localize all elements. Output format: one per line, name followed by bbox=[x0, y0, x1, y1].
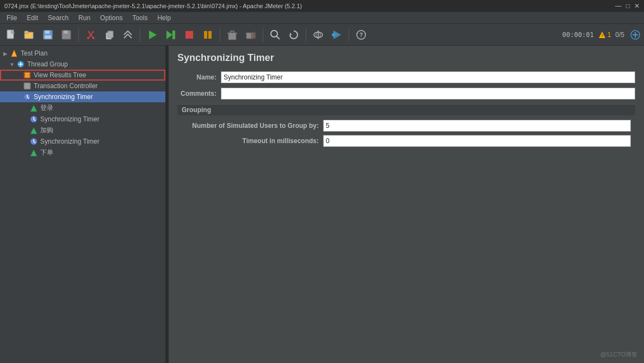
close-button[interactable]: ✕ bbox=[634, 2, 640, 10]
separator-6 bbox=[349, 28, 349, 41]
tree-icon-synchronizing-timer-2 bbox=[29, 115, 38, 124]
toolbar-right: 00:00:01 ! 1 0/5 bbox=[562, 28, 642, 41]
copy-button[interactable] bbox=[101, 26, 118, 44]
comments-label: Comments: bbox=[177, 90, 221, 97]
svg-text:!: ! bbox=[602, 33, 603, 38]
tree-icon-synchronizing-timer-1 bbox=[23, 93, 32, 101]
tree-label-checkout: 下单 bbox=[40, 148, 53, 157]
tree-icon-purchase bbox=[29, 126, 38, 135]
separator-1 bbox=[78, 28, 79, 41]
separator-3 bbox=[220, 28, 220, 41]
name-input[interactable] bbox=[221, 71, 635, 83]
svg-marker-14 bbox=[149, 30, 157, 39]
left-panel: ▶Test Plan▼Thread GroupView Results Tree… bbox=[0, 46, 166, 363]
svg-marker-16 bbox=[172, 30, 175, 39]
tree-item-purchase[interactable]: 加购 bbox=[0, 125, 165, 136]
start-button[interactable] bbox=[144, 26, 161, 44]
tree-arrow-thread-group: ▼ bbox=[9, 61, 15, 67]
tree-item-view-results-tree[interactable]: View Results Tree bbox=[0, 70, 165, 81]
svg-rect-13 bbox=[108, 31, 113, 38]
watermark: @51CTO博客 bbox=[600, 350, 637, 359]
new-button[interactable] bbox=[2, 26, 20, 44]
start-nopause-button[interactable] bbox=[162, 26, 179, 44]
maximize-button[interactable]: □ bbox=[626, 2, 630, 10]
minimize-button[interactable]: — bbox=[615, 2, 622, 10]
svg-rect-20 bbox=[228, 33, 236, 40]
num-users-input[interactable] bbox=[323, 120, 631, 132]
svg-rect-53 bbox=[24, 83, 30, 89]
clear-all-button[interactable] bbox=[242, 26, 259, 44]
tree-icon-thread-group bbox=[16, 60, 25, 69]
svg-point-10 bbox=[87, 37, 89, 39]
separator-5 bbox=[306, 28, 306, 41]
menu-item-file[interactable]: File bbox=[2, 13, 21, 23]
main-layout: ▶Test Plan▼Thread GroupView Results Tree… bbox=[0, 46, 644, 363]
expand-button[interactable] bbox=[119, 26, 137, 44]
tree-label-synchronizing-timer-2: Synchronizing Timer bbox=[40, 115, 100, 123]
menu-item-tools[interactable]: Tools bbox=[128, 13, 152, 23]
open-button[interactable] bbox=[21, 26, 38, 44]
tree-icon-view-results-tree bbox=[23, 71, 32, 79]
shutdown-button[interactable] bbox=[199, 26, 216, 44]
window-controls: — □ ✕ bbox=[615, 2, 640, 10]
cut-button[interactable] bbox=[82, 26, 100, 44]
save-disk-button[interactable] bbox=[58, 26, 75, 44]
svg-rect-7 bbox=[64, 30, 68, 34]
window-title: 0724.jmx (E:\testing\Tool\Jmeter\apache-… bbox=[4, 3, 302, 9]
svg-marker-32 bbox=[290, 33, 292, 35]
tree-label-thread-group: Thread Group bbox=[27, 60, 68, 68]
stop-button[interactable] bbox=[181, 26, 198, 44]
tree-label-test-plan: Test Plan bbox=[21, 50, 47, 57]
tree-item-checkout[interactable]: 下单 bbox=[0, 147, 165, 158]
comments-input[interactable] bbox=[221, 88, 635, 100]
reset-button[interactable] bbox=[285, 26, 302, 44]
tree-item-synchronizing-timer-2[interactable]: Synchronizing Timer bbox=[0, 114, 165, 125]
svg-point-11 bbox=[92, 37, 95, 39]
tree-label-synchronizing-timer-3: Synchronizing Timer bbox=[40, 138, 100, 145]
svg-rect-18 bbox=[204, 31, 207, 39]
tree-item-thread-group[interactable]: ▼Thread Group bbox=[0, 59, 165, 70]
svg-marker-61 bbox=[30, 127, 37, 134]
menu-item-help[interactable]: Help bbox=[153, 13, 175, 23]
svg-marker-57 bbox=[30, 105, 37, 112]
tree-item-transaction-controller[interactable]: Transaction Controller bbox=[0, 81, 165, 91]
timeout-label: Timeout in milliseconds: bbox=[182, 137, 323, 145]
separator-2 bbox=[140, 28, 140, 41]
tree-item-synchronizing-timer-3[interactable]: Synchronizing Timer bbox=[0, 136, 165, 147]
timeout-input[interactable] bbox=[323, 135, 631, 147]
svg-rect-4 bbox=[45, 30, 49, 34]
num-users-label: Number of Simulated Users to Group by: bbox=[182, 122, 323, 130]
right-panel: Synchronizing Timer Name: Comments: Grou… bbox=[169, 46, 644, 363]
tree-label-purchase: 加购 bbox=[40, 126, 53, 135]
remote-button[interactable] bbox=[309, 26, 327, 44]
tree-label-login: 登录 bbox=[40, 103, 53, 113]
tree-arrow-test-plan: ▶ bbox=[2, 51, 9, 57]
tree-icon-checkout bbox=[29, 149, 38, 157]
tree-label-transaction-controller: Transaction Controller bbox=[34, 82, 98, 90]
search-toolbar-button[interactable] bbox=[267, 26, 284, 44]
warning-count: 1 bbox=[608, 31, 611, 39]
clear-button[interactable] bbox=[224, 26, 241, 44]
tree-icon-test-plan bbox=[10, 49, 18, 58]
menu-item-search[interactable]: Search bbox=[44, 13, 73, 23]
num-users-row: Number of Simulated Users to Group by: bbox=[177, 120, 635, 132]
add-server-button[interactable] bbox=[629, 28, 642, 41]
svg-rect-17 bbox=[185, 31, 193, 39]
title-bar: 0724.jmx (E:\testing\Tool\Jmeter\apache-… bbox=[0, 0, 644, 12]
menu-item-run[interactable]: Run bbox=[74, 13, 95, 23]
separator-4 bbox=[263, 28, 263, 41]
tree-item-login[interactable]: 登录 bbox=[0, 102, 165, 114]
help-button[interactable]: ? bbox=[352, 26, 370, 44]
tree-item-test-plan[interactable]: ▶Test Plan bbox=[0, 48, 165, 59]
save-button[interactable] bbox=[39, 26, 57, 44]
tree-item-synchronizing-timer-1[interactable]: Synchronizing Timer bbox=[0, 91, 165, 102]
remote-all-button[interactable] bbox=[328, 26, 345, 44]
menu-item-edit[interactable]: Edit bbox=[22, 13, 42, 23]
svg-text:?: ? bbox=[360, 32, 363, 38]
tree-label-synchronizing-timer-1: Synchronizing Timer bbox=[34, 93, 93, 101]
grouping-header: Grouping bbox=[177, 104, 635, 115]
name-row: Name: bbox=[177, 71, 635, 83]
timer-display: 00:00:01 bbox=[562, 31, 594, 39]
menu-item-options[interactable]: Options bbox=[96, 13, 127, 23]
tree-icon-transaction-controller bbox=[23, 82, 32, 90]
